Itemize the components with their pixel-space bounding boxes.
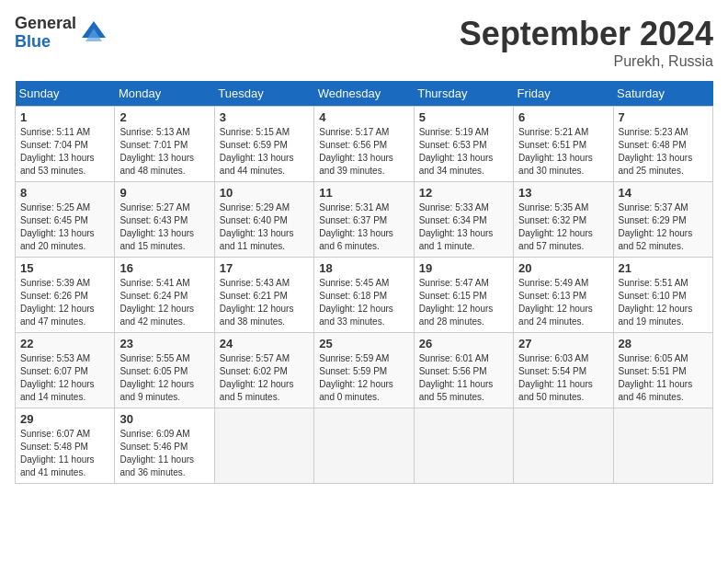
table-row: 29 Sunrise: 6:07 AM Sunset: 5:48 PM Dayl… bbox=[16, 408, 115, 484]
logo-text: General Blue bbox=[15, 15, 76, 52]
col-tuesday: Tuesday bbox=[214, 81, 313, 107]
col-thursday: Thursday bbox=[414, 81, 513, 107]
table-row: 1 Sunrise: 5:11 AM Sunset: 7:04 PM Dayli… bbox=[16, 107, 115, 182]
table-row: 17 Sunrise: 5:43 AM Sunset: 6:21 PM Dayl… bbox=[214, 258, 313, 333]
calendar-week-2: 8 Sunrise: 5:25 AM Sunset: 6:45 PM Dayli… bbox=[16, 182, 713, 258]
calendar-header-row: Sunday Monday Tuesday Wednesday Thursday… bbox=[16, 81, 713, 107]
col-saturday: Saturday bbox=[613, 81, 712, 107]
page-header: General Blue September 2024 Purekh, Russ… bbox=[15, 15, 713, 70]
table-row: 26 Sunrise: 6:01 AM Sunset: 5:56 PM Dayl… bbox=[414, 333, 513, 408]
table-row: 13 Sunrise: 5:35 AM Sunset: 6:32 PM Dayl… bbox=[514, 182, 613, 258]
title-section: September 2024 Purekh, Russia bbox=[460, 15, 713, 70]
table-row: 2 Sunrise: 5:13 AM Sunset: 7:01 PM Dayli… bbox=[115, 107, 214, 182]
logo-icon bbox=[80, 19, 108, 47]
table-row: 23 Sunrise: 5:55 AM Sunset: 6:05 PM Dayl… bbox=[115, 333, 214, 408]
calendar-week-5: 29 Sunrise: 6:07 AM Sunset: 5:48 PM Dayl… bbox=[16, 408, 713, 484]
table-row: 6 Sunrise: 5:21 AM Sunset: 6:51 PM Dayli… bbox=[514, 107, 613, 182]
table-row: 21 Sunrise: 5:51 AM Sunset: 6:10 PM Dayl… bbox=[613, 258, 712, 333]
table-row: 30 Sunrise: 6:09 AM Sunset: 5:46 PM Dayl… bbox=[115, 408, 214, 484]
col-monday: Monday bbox=[115, 81, 214, 107]
col-friday: Friday bbox=[514, 81, 613, 107]
logo-general: General bbox=[15, 15, 76, 33]
calendar-table: Sunday Monday Tuesday Wednesday Thursday… bbox=[15, 81, 713, 484]
col-wednesday: Wednesday bbox=[314, 81, 414, 107]
table-row: 20 Sunrise: 5:49 AM Sunset: 6:13 PM Dayl… bbox=[514, 258, 613, 333]
table-row: 11 Sunrise: 5:31 AM Sunset: 6:37 PM Dayl… bbox=[314, 182, 414, 258]
table-row: 22 Sunrise: 5:53 AM Sunset: 6:07 PM Dayl… bbox=[16, 333, 115, 408]
calendar-week-4: 22 Sunrise: 5:53 AM Sunset: 6:07 PM Dayl… bbox=[16, 333, 713, 408]
empty-cell bbox=[214, 408, 313, 484]
table-row: 8 Sunrise: 5:25 AM Sunset: 6:45 PM Dayli… bbox=[16, 182, 115, 258]
table-row: 28 Sunrise: 6:05 AM Sunset: 5:51 PM Dayl… bbox=[613, 333, 712, 408]
logo-blue: Blue bbox=[15, 33, 76, 52]
table-row: 9 Sunrise: 5:27 AM Sunset: 6:43 PM Dayli… bbox=[115, 182, 214, 258]
table-row: 15 Sunrise: 5:39 AM Sunset: 6:26 PM Dayl… bbox=[16, 258, 115, 333]
calendar-week-3: 15 Sunrise: 5:39 AM Sunset: 6:26 PM Dayl… bbox=[16, 258, 713, 333]
table-row: 12 Sunrise: 5:33 AM Sunset: 6:34 PM Dayl… bbox=[414, 182, 513, 258]
logo: General Blue bbox=[15, 15, 108, 52]
table-row: 27 Sunrise: 6:03 AM Sunset: 5:54 PM Dayl… bbox=[514, 333, 613, 408]
table-row: 10 Sunrise: 5:29 AM Sunset: 6:40 PM Dayl… bbox=[214, 182, 313, 258]
location-subtitle: Purekh, Russia bbox=[460, 53, 713, 70]
table-row: 14 Sunrise: 5:37 AM Sunset: 6:29 PM Dayl… bbox=[613, 182, 712, 258]
table-row: 19 Sunrise: 5:47 AM Sunset: 6:15 PM Dayl… bbox=[414, 258, 513, 333]
table-row: 7 Sunrise: 5:23 AM Sunset: 6:48 PM Dayli… bbox=[613, 107, 712, 182]
empty-cell bbox=[314, 408, 414, 484]
empty-cell bbox=[414, 408, 513, 484]
empty-cell bbox=[514, 408, 613, 484]
table-row: 5 Sunrise: 5:19 AM Sunset: 6:53 PM Dayli… bbox=[414, 107, 513, 182]
table-row: 18 Sunrise: 5:45 AM Sunset: 6:18 PM Dayl… bbox=[314, 258, 414, 333]
table-row: 24 Sunrise: 5:57 AM Sunset: 6:02 PM Dayl… bbox=[214, 333, 313, 408]
table-row: 4 Sunrise: 5:17 AM Sunset: 6:56 PM Dayli… bbox=[314, 107, 414, 182]
empty-cell bbox=[613, 408, 712, 484]
col-sunday: Sunday bbox=[16, 81, 115, 107]
table-row: 25 Sunrise: 5:59 AM Sunset: 5:59 PM Dayl… bbox=[314, 333, 414, 408]
month-title: September 2024 bbox=[460, 15, 713, 53]
calendar-week-1: 1 Sunrise: 5:11 AM Sunset: 7:04 PM Dayli… bbox=[16, 107, 713, 182]
table-row: 16 Sunrise: 5:41 AM Sunset: 6:24 PM Dayl… bbox=[115, 258, 214, 333]
table-row: 3 Sunrise: 5:15 AM Sunset: 6:59 PM Dayli… bbox=[214, 107, 313, 182]
